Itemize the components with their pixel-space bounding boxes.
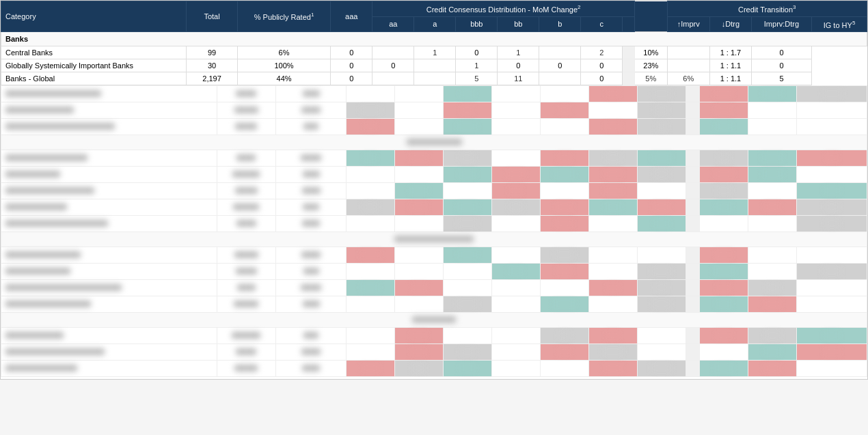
col-group-credit-consensus: Credit Consensus Distribution - MoM Chan… [372, 1, 635, 17]
row-aaa: 0 [331, 46, 372, 59]
row-dtrg: 17% [667, 46, 709, 59]
blurred-row [1, 86, 867, 102]
blurred-content-section [1, 85, 867, 379]
table-row: Globally Systemically Important Banks 30… [1, 59, 867, 72]
col-header-aaa: aaa [331, 1, 372, 32]
col-separator [623, 72, 635, 85]
col-header-category: Category [1, 1, 187, 32]
col-header-bb: bb [498, 16, 539, 32]
row-bbb: 1 [456, 59, 498, 72]
blurred-row [1, 183, 867, 199]
row-ig-to-hy: 5 [751, 72, 811, 85]
row-bb: 1 [498, 46, 539, 59]
blurred-row [1, 280, 867, 296]
row-b: 0 [539, 59, 581, 72]
row-imprv: 23% [635, 59, 667, 72]
row-pct: 44% [237, 72, 330, 85]
row-bbb: 0 [456, 46, 498, 59]
row-bb: 11 [498, 72, 539, 85]
col-header-dtrg: ↓Dtrg [709, 16, 751, 32]
row-a: 1 [414, 46, 456, 59]
blurred-row [1, 199, 867, 216]
col-group-credit-transition: Credit Transition3 [667, 1, 867, 17]
col-header-ig-to-hy: IG to HY5 [812, 16, 867, 32]
row-total: 2,197 [187, 72, 238, 85]
blurred-row [1, 247, 867, 264]
col-header-spacer [623, 16, 635, 32]
row-dtrg: 6% [667, 72, 709, 85]
col-header-b: b [539, 16, 581, 32]
col-header-pct: % Publicly Rated1 [237, 1, 330, 32]
row-ig-to-hy: 0 [751, 59, 811, 72]
blurred-row [1, 264, 867, 280]
row-bbb: 5 [456, 72, 498, 85]
row-aaa: 0 [331, 59, 372, 72]
row-aa: -1 [372, 46, 414, 59]
row-category: Central Banks [1, 46, 187, 59]
row-pct: 100% [237, 59, 330, 72]
row-aa: -2 [372, 72, 414, 85]
row-aaa: 0 [331, 72, 372, 85]
blurred-row [1, 216, 867, 232]
row-imprv-dtrg: 1 : 1.7 [709, 46, 751, 59]
blurred-row [1, 328, 867, 344]
col-separator [623, 59, 635, 72]
row-c: 0 [581, 59, 623, 72]
row-c: 0 [581, 72, 623, 85]
col-header-imprv: ↑Imprv [667, 16, 709, 32]
col-header-bbb: bbb [456, 16, 498, 32]
section-header-banks: Banks [1, 32, 867, 46]
row-category: Globally Systemically Important Banks [1, 59, 187, 72]
row-b: -3 [539, 46, 581, 59]
table-row: Banks - Global 2,197 44% 0 -2 -2 5 11 -1… [1, 72, 867, 85]
row-bb: 0 [498, 59, 539, 72]
row-pct: 6% [237, 46, 330, 59]
blurred-row [1, 119, 867, 135]
row-b: -12 [539, 72, 581, 85]
col-header-total: Total [187, 1, 238, 32]
row-dtrg: 27% [667, 59, 709, 72]
row-category: Banks - Global [1, 72, 187, 85]
col-header-aa: aa [372, 16, 414, 32]
blurred-row [1, 344, 867, 361]
blurred-row [1, 150, 867, 167]
blurred-row [1, 361, 867, 377]
col-header-c: c [581, 16, 623, 32]
row-ig-to-hy: 0 [751, 46, 811, 59]
section-label-banks: Banks [1, 32, 867, 46]
blurred-row [1, 296, 867, 313]
table-row: Central Banks 99 6% 0 -1 1 0 1 -3 2 10% … [1, 46, 867, 59]
row-total: 99 [187, 46, 238, 59]
row-a: -2 [414, 72, 456, 85]
col-header-a: a [414, 16, 456, 32]
blurred-row [1, 167, 867, 183]
main-table-container: Category Total % Publicly Rated1 aaa Cre… [0, 0, 868, 380]
row-total: 30 [187, 59, 238, 72]
row-imprv-dtrg: 1 : 1.1 [709, 59, 751, 72]
col-separator [623, 46, 635, 59]
row-imprv: 10% [635, 46, 667, 59]
row-imprv: 5% [635, 72, 667, 85]
row-a: -1 [414, 59, 456, 72]
row-imprv-dtrg: 1 : 1.1 [709, 72, 751, 85]
row-c: 2 [581, 46, 623, 59]
blurred-row [1, 102, 867, 119]
col-header-imprv-dtrg: Imprv:Dtrg [751, 16, 811, 32]
row-aa: 0 [372, 59, 414, 72]
